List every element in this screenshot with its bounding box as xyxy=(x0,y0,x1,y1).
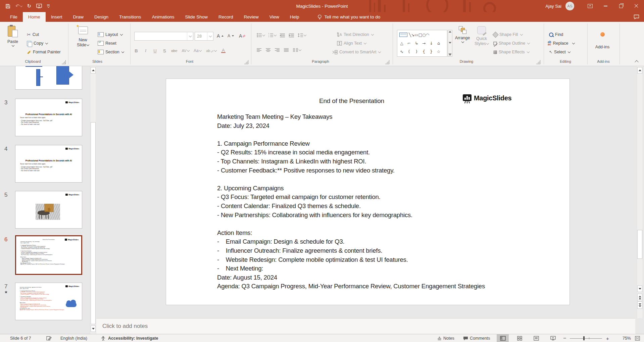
shape-effects-button[interactable]: Shape Effects xyxy=(493,48,529,56)
align-right-button[interactable] xyxy=(275,48,280,52)
italic-button[interactable]: I xyxy=(143,48,148,53)
font-dialog-launcher[interactable] xyxy=(244,60,248,64)
ribbon-tab[interactable]: File xyxy=(5,12,23,22)
zoom-out-button[interactable]: − xyxy=(563,334,566,342)
ribbon-tab[interactable]: Slide Show xyxy=(180,12,213,22)
slide-thumbnail-4[interactable]: MagicSlides Professional Presentations i… xyxy=(15,145,82,183)
font-name-dropdown[interactable] xyxy=(187,32,193,40)
slide-thumbnail-2[interactable]: ★ xyxy=(15,66,82,90)
shape-glyph[interactable]: ↳ xyxy=(413,41,420,46)
language-selector[interactable]: English (India) xyxy=(60,334,87,342)
tell-me-box[interactable]: Tell me what you want to do xyxy=(317,12,381,22)
arrange-button[interactable]: Arrange xyxy=(454,23,471,58)
shape-glyph[interactable]: ↓ xyxy=(428,41,435,46)
gallery-scroll-down-icon[interactable] xyxy=(449,42,451,44)
zoom-in-button[interactable]: + xyxy=(606,334,609,342)
strikethrough-button[interactable]: abe xyxy=(171,49,177,53)
section-button[interactable]: Section xyxy=(98,48,124,56)
paste-button[interactable]: Paste xyxy=(4,23,21,58)
ribbon-tab[interactable]: Insert xyxy=(46,12,68,22)
restore-button[interactable] xyxy=(613,0,629,12)
shape-glyph[interactable]: △ xyxy=(398,41,405,46)
ribbon-tab[interactable]: Transitions xyxy=(114,12,147,22)
shape-glyph[interactable]: → xyxy=(420,41,428,46)
notes-pane[interactable]: Click to add notes xyxy=(96,318,635,334)
shape-glyph[interactable]: ⌂ xyxy=(435,41,442,46)
format-painter-button[interactable]: Format Painter xyxy=(27,48,61,56)
fit-slide-to-window-button[interactable] xyxy=(632,334,642,342)
slide-thumbnail-3[interactable]: MagicSlides Professional Presentations i… xyxy=(15,99,82,136)
notes-toggle-button[interactable]: Notes xyxy=(437,334,454,342)
increase-font-size-button[interactable]: A xyxy=(217,32,224,40)
copy-button[interactable]: Copy xyxy=(27,39,48,47)
zoom-level[interactable]: 75% xyxy=(617,334,631,342)
align-text-button[interactable]: Align Text xyxy=(337,39,366,47)
text-highlight-button[interactable]: ab xyxy=(205,48,216,53)
columns-button[interactable] xyxy=(293,48,301,52)
shape-outline-button[interactable]: Shape Outline xyxy=(493,39,530,47)
gallery-scroll-up-icon[interactable] xyxy=(449,31,451,33)
numbering-button[interactable] xyxy=(268,33,276,38)
notes-placeholder[interactable]: Click to add notes xyxy=(102,323,148,330)
shape-glyph[interactable]: ○ xyxy=(422,33,426,37)
collapse-ribbon-button[interactable] xyxy=(635,59,639,63)
quick-styles-button[interactable]: Quick Styles xyxy=(473,23,491,58)
shape-glyph[interactable]: ◠ xyxy=(426,33,429,37)
ribbon-tab[interactable]: Draw xyxy=(68,12,89,22)
zoom-slider[interactable] xyxy=(570,334,602,342)
text-direction-button[interactable]: A Text Direction xyxy=(337,31,374,39)
slide-area-scrollbar[interactable] xyxy=(637,66,642,318)
ribbon-tab[interactable]: Record xyxy=(213,12,239,22)
shapes-gallery-scrollbar[interactable] xyxy=(448,30,452,57)
layout-button[interactable]: Layout xyxy=(98,31,122,39)
share-comments-shortcut[interactable] xyxy=(634,12,639,22)
select-button[interactable]: ↖ Select xyxy=(549,48,570,56)
justify-button[interactable] xyxy=(284,48,289,52)
font-name-combobox[interactable] xyxy=(134,32,193,41)
shape-glyph[interactable]: ↘ xyxy=(411,33,414,37)
comments-toggle-button[interactable]: Comments xyxy=(463,334,490,342)
convert-to-smartart-button[interactable]: Convert to SmartArt xyxy=(332,48,381,56)
next-slide-button[interactable] xyxy=(637,301,642,309)
slide-thumbnail-7[interactable]: MagicSlides Marketing Team Meeting – Age… xyxy=(15,283,82,320)
font-color-button[interactable]: A xyxy=(220,48,226,53)
ribbon-tab[interactable]: View xyxy=(264,12,285,22)
cut-button[interactable]: ✂ Cut xyxy=(27,31,39,39)
thumb-scroll-up-button[interactable] xyxy=(91,67,96,74)
slide-body-textbox[interactable]: Marketing Team Meeting – Key TakeawaysDa… xyxy=(217,112,559,291)
scroll-up-button[interactable] xyxy=(637,67,642,74)
add-ins-button[interactable]: Add-ins xyxy=(591,23,613,58)
find-button[interactable]: Find xyxy=(549,31,563,39)
slideshow-view-button[interactable] xyxy=(547,334,559,342)
slide-thumbnail-6-selected[interactable]: MagicSlides End of the Presentation Mark… xyxy=(15,235,82,275)
thumb-scroll-down-button[interactable] xyxy=(91,326,96,332)
underline-button[interactable]: U xyxy=(152,48,158,53)
decrease-indent-button[interactable] xyxy=(280,33,285,38)
shape-fill-button[interactable]: Shape Fill xyxy=(493,31,523,39)
font-size-dropdown[interactable] xyxy=(207,32,213,40)
accessibility-icon[interactable] xyxy=(101,334,106,342)
previous-slide-button[interactable] xyxy=(637,294,642,301)
line-spacing-button[interactable] xyxy=(298,33,306,38)
bold-button[interactable]: B xyxy=(134,48,139,53)
thumbnail-panel-scrollbar[interactable] xyxy=(90,66,96,334)
accessibility-status[interactable]: Accessibility: Investigate xyxy=(108,334,158,342)
close-button[interactable] xyxy=(629,0,644,12)
shape-glyph[interactable]: { xyxy=(420,49,428,54)
avatar[interactable]: AS xyxy=(565,2,574,10)
ribbon-tab[interactable]: Home xyxy=(23,12,46,22)
shape-glyph[interactable]: ( xyxy=(405,49,413,54)
slide-canvas[interactable]: End of the Presentation MagicSlides Mark… xyxy=(166,79,570,305)
display-settings-icon[interactable] xyxy=(46,334,52,342)
shape-glyph[interactable]: ▭ xyxy=(414,33,418,37)
gallery-more-button[interactable] xyxy=(449,53,451,56)
clear-formatting-button[interactable]: A xyxy=(239,32,245,40)
user-name[interactable]: Ajay Sai xyxy=(545,4,561,9)
character-spacing-button[interactable]: AV xyxy=(181,48,189,53)
new-slide-button[interactable]: New Slide xyxy=(72,23,93,58)
bullets-button[interactable] xyxy=(257,33,265,38)
ribbon-tab[interactable]: Design xyxy=(89,12,114,22)
shape-glyph[interactable]: ∿ xyxy=(398,49,405,54)
shapes-gallery[interactable]: ╲↘▭□○◠ △⌐↳→↓⌂ ∿(){}☆ xyxy=(397,30,447,57)
zoom-slider-thumb[interactable] xyxy=(583,336,585,340)
